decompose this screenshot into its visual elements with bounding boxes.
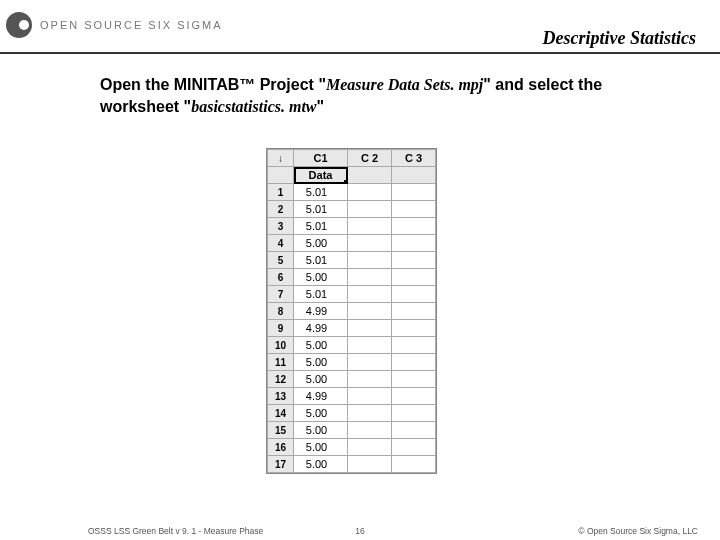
empty-cell	[392, 388, 436, 405]
data-cell: 5.01	[294, 286, 348, 303]
empty-cell	[392, 422, 436, 439]
table-row: 35.01	[268, 218, 436, 235]
table-row: 25.01	[268, 201, 436, 218]
col-name-c3	[392, 167, 436, 184]
data-cell: 5.01	[294, 218, 348, 235]
row-header: 11	[268, 354, 294, 371]
footer-right: © Open Source Six Sigma, LLC	[578, 526, 698, 536]
data-cell: 4.99	[294, 320, 348, 337]
empty-cell	[392, 354, 436, 371]
instruction-text: Open the MINITAB™ Project "Measure Data …	[100, 74, 660, 117]
data-cell: 4.99	[294, 303, 348, 320]
logo-text: OPEN SOURCE SIX SIGMA	[40, 19, 223, 31]
row-header: 17	[268, 456, 294, 473]
page-title: Descriptive Statistics	[543, 28, 696, 49]
name-row-header	[268, 167, 294, 184]
empty-cell	[348, 388, 392, 405]
data-cell: 5.01	[294, 184, 348, 201]
table-row: 94.99	[268, 320, 436, 337]
empty-cell	[392, 184, 436, 201]
row-header: 4	[268, 235, 294, 252]
table-row: 15.01	[268, 184, 436, 201]
table-row: 165.00	[268, 439, 436, 456]
empty-cell	[392, 303, 436, 320]
empty-cell	[348, 456, 392, 473]
empty-cell	[348, 405, 392, 422]
row-header: 12	[268, 371, 294, 388]
data-cell: 5.00	[294, 371, 348, 388]
empty-cell	[392, 371, 436, 388]
instr-file-1: Measure Data Sets. mpj	[326, 76, 483, 93]
col-header-c1: C1	[294, 150, 348, 167]
row-header: 7	[268, 286, 294, 303]
row-header: 16	[268, 439, 294, 456]
instr-part-1: Open the MINITAB™ Project "	[100, 76, 326, 93]
table-row: 175.00	[268, 456, 436, 473]
empty-cell	[392, 337, 436, 354]
table-row: 155.00	[268, 422, 436, 439]
data-cell: 5.00	[294, 405, 348, 422]
footer-page-number: 16	[355, 526, 364, 536]
empty-cell	[348, 303, 392, 320]
table-row: 125.00	[268, 371, 436, 388]
empty-cell	[348, 439, 392, 456]
empty-cell	[348, 218, 392, 235]
empty-cell	[392, 269, 436, 286]
table-row: 105.00	[268, 337, 436, 354]
logo-icon	[6, 12, 32, 38]
empty-cell	[348, 337, 392, 354]
col-name-data: Data	[294, 167, 348, 184]
table-corner: ↓	[268, 150, 294, 167]
empty-cell	[348, 422, 392, 439]
col-header-c2: C 2	[348, 150, 392, 167]
table-row: 45.00	[268, 235, 436, 252]
empty-cell	[348, 371, 392, 388]
empty-cell	[348, 184, 392, 201]
row-header: 5	[268, 252, 294, 269]
table-row: 55.01	[268, 252, 436, 269]
table-row: 75.01	[268, 286, 436, 303]
empty-cell	[348, 320, 392, 337]
data-cell: 4.99	[294, 388, 348, 405]
empty-cell	[392, 439, 436, 456]
row-header: 9	[268, 320, 294, 337]
empty-cell	[348, 286, 392, 303]
instr-file-2: basicstatistics. mtw	[191, 98, 316, 115]
empty-cell	[392, 252, 436, 269]
empty-cell	[392, 201, 436, 218]
row-header: 6	[268, 269, 294, 286]
table-row: 84.99	[268, 303, 436, 320]
empty-cell	[392, 286, 436, 303]
data-cell: 5.01	[294, 201, 348, 218]
row-header: 10	[268, 337, 294, 354]
data-cell: 5.00	[294, 235, 348, 252]
table-row: 65.00	[268, 269, 436, 286]
worksheet-table: ↓ C1 C 2 C 3 Data 15.0125.0135.0145.0055…	[266, 148, 437, 474]
empty-cell	[392, 456, 436, 473]
row-header: 1	[268, 184, 294, 201]
col-header-c3: C 3	[392, 150, 436, 167]
data-cell: 5.00	[294, 337, 348, 354]
empty-cell	[392, 235, 436, 252]
data-cell: 5.01	[294, 252, 348, 269]
footer-left: OSSS LSS Green Belt v 9. 1 - Measure Pha…	[88, 526, 263, 536]
empty-cell	[348, 201, 392, 218]
table-row: 134.99	[268, 388, 436, 405]
data-cell: 5.00	[294, 422, 348, 439]
row-header: 13	[268, 388, 294, 405]
col-name-c2	[348, 167, 392, 184]
table-row: 115.00	[268, 354, 436, 371]
empty-cell	[392, 320, 436, 337]
empty-cell	[348, 269, 392, 286]
instr-part-3: "	[317, 98, 325, 115]
empty-cell	[348, 235, 392, 252]
empty-cell	[348, 354, 392, 371]
row-header: 2	[268, 201, 294, 218]
table-row: 145.00	[268, 405, 436, 422]
row-header: 3	[268, 218, 294, 235]
data-cell: 5.00	[294, 354, 348, 371]
empty-cell	[392, 218, 436, 235]
data-cell: 5.00	[294, 456, 348, 473]
empty-cell	[348, 252, 392, 269]
row-header: 8	[268, 303, 294, 320]
